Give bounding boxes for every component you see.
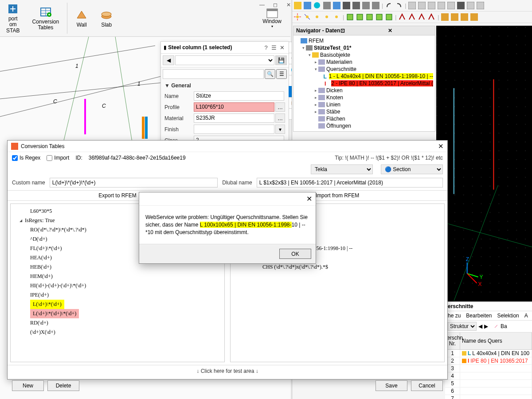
- tree-item[interactable]: L1 - L 40x40x4 | DIN EN 10056-1:1998-10 …: [293, 73, 435, 80]
- menu-selection[interactable]: Selektion: [497, 313, 519, 319]
- list-item[interactable]: RD(\d+): [11, 318, 224, 328]
- toolbar-icon[interactable]: [362, 2, 370, 9]
- toolbar-icon[interactable]: [477, 2, 484, 9]
- toolbar-icon[interactable]: [304, 13, 311, 21]
- software-select[interactable]: Tekla: [311, 164, 373, 174]
- ribbon-conversion-tables[interactable]: ConversionTables: [26, 0, 65, 36]
- category-select[interactable]: 🔵 Section: [381, 164, 443, 174]
- rfem-viewport[interactable]: Y X Z: [436, 26, 532, 301]
- toolbar-icon[interactable]: [408, 13, 416, 21]
- redo-icon[interactable]: [395, 2, 403, 9]
- list-item[interactable]: (\d+)X(\d+): [11, 328, 224, 337]
- name-input[interactable]: Stütze: [194, 91, 284, 101]
- tree-item[interactable]: ▸Dicken: [293, 87, 435, 94]
- list-item[interactable]: HI(\d+)-(\d+)-(\d+)\*(\d+): [11, 281, 224, 290]
- navigator-tree[interactable]: RFEM▾StützeTest_01*▾Basisobjekte▸Materia…: [293, 35, 435, 131]
- ribbon-import[interactable]: portomSTAB: [0, 0, 26, 36]
- toolbar-icon[interactable]: [408, 2, 416, 9]
- toolbar-icon[interactable]: [323, 2, 331, 9]
- tree-item[interactable]: Flächen: [293, 115, 435, 122]
- next-icon[interactable]: ▶: [484, 323, 488, 329]
- search-icon[interactable]: 🔍: [265, 69, 275, 79]
- tree-item[interactable]: RFEM: [293, 37, 435, 44]
- tree-item[interactable]: ▸Knoten: [293, 94, 435, 101]
- tree-item[interactable]: Öffnungen: [293, 122, 435, 129]
- toolbar-icon[interactable]: [294, 13, 301, 21]
- close-icon[interactable]: ✕: [278, 43, 286, 51]
- toolbar-icon[interactable]: [467, 2, 474, 9]
- table-row[interactable]: 3: [445, 365, 532, 372]
- ribbon-slab[interactable]: Slab: [94, 0, 119, 36]
- pin-icon[interactable]: ⊡: [340, 27, 385, 34]
- toolbar-icon[interactable]: [366, 13, 373, 21]
- tree-item[interactable]: ▾StützeTest_01*: [293, 44, 435, 51]
- toolbar-icon[interactable]: [376, 13, 383, 21]
- new-button[interactable]: New: [12, 380, 44, 391]
- toolbar-icon[interactable]: [461, 13, 468, 21]
- toolbar-icon[interactable]: [304, 2, 311, 9]
- import-checkbox[interactable]: Import: [47, 155, 69, 161]
- prev-icon[interactable]: ◀: [478, 323, 482, 329]
- toolbar-icon[interactable]: [470, 13, 478, 21]
- close-icon[interactable]: ✕: [438, 142, 444, 150]
- toolbar-icon[interactable]: [451, 13, 458, 21]
- toolbar-icon[interactable]: [447, 2, 455, 9]
- profile-browse-button[interactable]: …: [275, 102, 285, 112]
- material-input[interactable]: S235JR: [194, 113, 274, 123]
- save-button[interactable]: Save: [376, 380, 407, 391]
- close-icon[interactable]: ✕: [388, 27, 432, 34]
- finish-input[interactable]: [194, 125, 274, 134]
- delete-button[interactable]: Delete: [47, 380, 79, 391]
- toolbar-icon[interactable]: [399, 13, 406, 21]
- tree-item[interactable]: ▾Querschnitte: [293, 66, 435, 73]
- search-input[interactable]: [163, 69, 264, 79]
- test-area-hint[interactable]: ↓ Click here for test area ↓: [8, 365, 447, 377]
- menu-goto[interactable]: he zu: [448, 313, 461, 319]
- list-item[interactable]: IPE(\d+): [11, 290, 224, 300]
- table-row[interactable]: 5: [445, 380, 532, 387]
- toolbar-icon[interactable]: [323, 13, 331, 21]
- menu-edit[interactable]: Bearbeiten: [466, 313, 492, 319]
- toolbar-icon[interactable]: [428, 13, 435, 21]
- save-preset-button[interactable]: 💾: [275, 55, 287, 65]
- tree-item[interactable]: ▸Linien: [293, 101, 435, 108]
- toolbar-icon[interactable]: [294, 2, 301, 9]
- back-button[interactable]: ◀: [163, 55, 174, 65]
- toolbar-icon[interactable]: [313, 13, 321, 21]
- table-row[interactable]: 4: [445, 372, 532, 380]
- toolbar-icon[interactable]: [438, 2, 445, 9]
- toolbar-icon[interactable]: [457, 2, 465, 9]
- table-row[interactable]: 1 L L 40x40x4 | DIN EN 100: [445, 350, 532, 357]
- toolbar-icon[interactable]: [313, 2, 321, 9]
- window-minimize-icon[interactable]: —: [255, 0, 269, 10]
- tree-item[interactable]: ▸Materialien: [293, 59, 435, 66]
- preset-select[interactable]: [175, 55, 274, 65]
- material-browse-button[interactable]: …: [275, 113, 285, 123]
- is-regex-checkbox[interactable]: Is Regex: [12, 155, 40, 161]
- toolbar-icon[interactable]: [385, 13, 393, 21]
- toolbar-icon[interactable]: [333, 13, 340, 21]
- struct-select[interactable]: Struktur: [448, 322, 477, 331]
- tree-item[interactable]: ▾Basisobjekte: [293, 51, 435, 59]
- save-icon[interactable]: [343, 2, 350, 9]
- toolbar-icon[interactable]: [333, 2, 340, 9]
- toolbar-icon[interactable]: [428, 2, 435, 9]
- cancel-button[interactable]: Cancel: [411, 380, 443, 391]
- table-row[interactable]: 6: [445, 387, 532, 395]
- print-icon[interactable]: [352, 2, 360, 9]
- toolbar-icon[interactable]: [372, 2, 379, 9]
- list-item[interactable]: L(\d+)\*(\d+): [30, 300, 64, 309]
- tree-item[interactable]: I2 - IPE 80 | EN 10365:2017 | ArcelorMit…: [293, 80, 435, 87]
- filter-icon[interactable]: ☰: [276, 69, 287, 79]
- list-item[interactable]: L(\d+)\*(\d+)\*(\d+): [30, 309, 79, 318]
- undo-icon[interactable]: [385, 2, 393, 9]
- table-row[interactable]: 7: [445, 395, 532, 399]
- custom-name-input[interactable]: [50, 178, 218, 188]
- list-item[interactable]: HEM(\d+): [11, 272, 224, 281]
- window-restore-icon[interactable]: ◻: [269, 0, 282, 10]
- finish-browse-button[interactable]: ▾: [275, 125, 285, 134]
- toolbar-icon[interactable]: [441, 13, 449, 21]
- dlubal-name-input[interactable]: [257, 178, 443, 188]
- help-icon[interactable]: ?: [262, 43, 270, 51]
- toolbar-icon[interactable]: [346, 13, 354, 21]
